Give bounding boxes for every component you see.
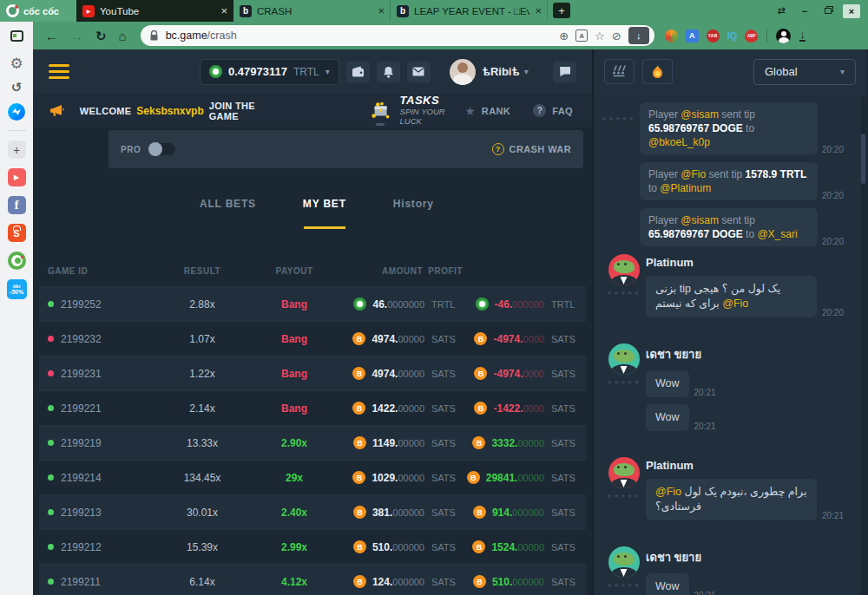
- tab-history[interactable]: History: [393, 198, 434, 232]
- coin-rain-button[interactable]: [604, 59, 635, 84]
- add-shortcut-button[interactable]: +: [8, 141, 26, 159]
- chat-username[interactable]: เดชา ขยาย: [646, 548, 844, 566]
- tab-my-bet[interactable]: MY BET: [303, 198, 346, 232]
- table-row[interactable]: 21992311.22xBangB4974.00000SATSB-4974.00…: [39, 356, 586, 390]
- table-row[interactable]: 2199214134.45x29xB1029.00000SATSB29841.0…: [39, 460, 586, 494]
- game-id: 2199219: [61, 437, 102, 449]
- zoom-page-icon[interactable]: [559, 30, 569, 42]
- download-page-button[interactable]: [628, 27, 649, 44]
- tip-message: Player @Fio sent tip 1578.9 TRTL to @Pla…: [640, 162, 844, 200]
- fireball-button[interactable]: [642, 59, 673, 84]
- faq-link[interactable]: ? FAQ: [533, 104, 573, 117]
- settings-gear-icon[interactable]: [10, 56, 23, 71]
- browser-profile-avatar[interactable]: [776, 29, 791, 43]
- chat-username[interactable]: เดชา ขยาย: [646, 345, 844, 363]
- iq-extension-icon[interactable]: IQ: [727, 30, 738, 41]
- savior-extension-icon[interactable]: [665, 29, 678, 42]
- tab-leap-year-event[interactable]: b LEAP YEAR EVENT - □Event - ×: [391, 0, 548, 22]
- chat-toggle-button[interactable]: [553, 62, 576, 82]
- treasure-chest-icon: [370, 101, 392, 121]
- shopee-shortcut-icon[interactable]: S: [8, 224, 26, 242]
- tasks-link[interactable]: TASKS SPIN YOUR LUCK: [370, 95, 464, 127]
- tab-crash[interactable]: b CRASH ×: [233, 0, 391, 22]
- tab-all-bets[interactable]: ALL BETS: [200, 198, 256, 232]
- reload-button[interactable]: [95, 29, 107, 42]
- table-row[interactable]: 21992212.14xBangB1422.00000SATSB-1422.00…: [39, 390, 586, 425]
- address-bar[interactable]: bc.game/crash A: [141, 25, 654, 46]
- avatar[interactable]: [608, 546, 640, 578]
- avatar[interactable]: [608, 343, 640, 375]
- downloads-button[interactable]: [799, 29, 806, 42]
- profit-cell: B3332.00000: [463, 436, 544, 449]
- minimize-button[interactable]: −: [796, 4, 813, 18]
- table-row[interactable]: 219921330.01x2.40xB381.000000SATSB914.00…: [39, 494, 586, 529]
- table-row[interactable]: 21992522.88xBang46.0000000TRTL-46.000000…: [39, 286, 586, 321]
- chat-scrollbar[interactable]: [861, 97, 865, 595]
- messages-button[interactable]: [407, 62, 431, 82]
- rank-link[interactable]: RANK: [464, 105, 510, 117]
- coccoc-brand[interactable]: cốc cốc: [0, 0, 76, 22]
- mention-user[interactable]: @Fio: [722, 298, 748, 310]
- chat-channel-select[interactable]: Global: [753, 59, 856, 85]
- youtube-shortcut-icon[interactable]: [8, 168, 26, 186]
- bubble-row: بزنی tip هیجی ؟ من لول یک نیستم که برای …: [646, 276, 844, 317]
- avatar[interactable]: [608, 254, 640, 285]
- restore-button[interactable]: [819, 4, 837, 18]
- wallet-button[interactable]: [346, 62, 370, 82]
- arrange-windows-icon[interactable]: ⇄: [773, 4, 790, 18]
- chat-channel-label: Global: [765, 65, 798, 78]
- close-window-button[interactable]: ×: [843, 4, 860, 18]
- star-rating: ★★★★★: [607, 582, 641, 589]
- yab-extension-icon[interactable]: YAB: [707, 29, 720, 42]
- chat-username[interactable]: Platinum: [646, 256, 844, 269]
- home-button[interactable]: [119, 29, 127, 42]
- chat-message-group: ★★★★★Platinumبزنی tip هیجی ؟ من لول یک ن…: [604, 254, 844, 324]
- forward-button[interactable]: [70, 29, 83, 42]
- translate-page-icon[interactable]: A: [575, 29, 588, 42]
- table-row[interactable]: 21992321.07xBangB4974.00000SATSB-4974.00…: [39, 321, 586, 356]
- messenger-icon[interactable]: [8, 103, 25, 121]
- promo-banner: WELCOME Seksbsnxvpb JOIN THE GAME TASKS …: [33, 94, 592, 128]
- table-row[interactable]: 21992116.14x4.12xB124.000000SATSB510.000…: [39, 564, 586, 595]
- mention-user[interactable]: @X_sari: [757, 228, 797, 240]
- bookmark-star-icon[interactable]: [595, 30, 605, 42]
- url-text[interactable]: bc.game/crash: [166, 29, 553, 42]
- menu-hamburger-icon[interactable]: [49, 64, 69, 80]
- chat-username[interactable]: Platinum: [646, 459, 844, 472]
- mention-user[interactable]: @sisam: [681, 108, 719, 121]
- mention-user[interactable]: @Fio: [681, 168, 706, 180]
- adblock-shield-icon[interactable]: [612, 30, 621, 42]
- chevron-down-icon[interactable]: [524, 67, 529, 76]
- balance-selector[interactable]: 0.47973117 TRTL: [200, 59, 339, 85]
- mention-user[interactable]: @Fio: [655, 486, 681, 498]
- profit-cell: B914.000000: [463, 506, 544, 519]
- scrollbar-thumb[interactable]: [861, 134, 865, 184]
- table-row[interactable]: 219921215.39x2.99xB510.000000SATSB1524.0…: [39, 529, 586, 564]
- mention-user[interactable]: @bkoeL_k0p: [648, 136, 710, 148]
- table-row[interactable]: 219921913.33x2.90xB1149.00000SATSB3332.0…: [39, 425, 586, 460]
- history-icon[interactable]: [11, 81, 23, 94]
- back-button[interactable]: [45, 29, 58, 42]
- notifications-button[interactable]: [377, 62, 400, 82]
- translate-extension-icon[interactable]: A: [686, 29, 699, 42]
- tab-close-icon[interactable]: ×: [378, 5, 385, 16]
- facebook-shortcut-icon[interactable]: f: [8, 196, 26, 214]
- abp-extension-icon[interactable]: ABP: [745, 29, 758, 42]
- username-label[interactable]: ѣRibiѣ: [483, 65, 520, 78]
- coccoc-shortcut-icon[interactable]: [8, 252, 26, 270]
- new-tab-button[interactable]: +: [553, 3, 570, 18]
- sidebar-toggle-button[interactable]: [0, 22, 33, 49]
- mention-user[interactable]: @sisam: [681, 214, 719, 226]
- tab-close-icon[interactable]: ×: [220, 5, 227, 16]
- crash-war-link[interactable]: ? CRASH WAR: [492, 143, 571, 155]
- tab-youtube[interactable]: YouTube ×: [76, 0, 233, 22]
- avatar[interactable]: [608, 457, 640, 488]
- pro-toggle[interactable]: [149, 143, 175, 155]
- amount-cell: B1149.00000: [343, 436, 424, 449]
- message-word: برام: [788, 486, 807, 498]
- user-avatar[interactable]: [450, 59, 476, 85]
- profit-currency: TRTL: [544, 299, 586, 310]
- tiki-shortcut-icon[interactable]: tiki -50%: [7, 279, 27, 299]
- tab-close-icon[interactable]: ×: [535, 5, 542, 16]
- mention-user[interactable]: @Platinum: [660, 182, 711, 194]
